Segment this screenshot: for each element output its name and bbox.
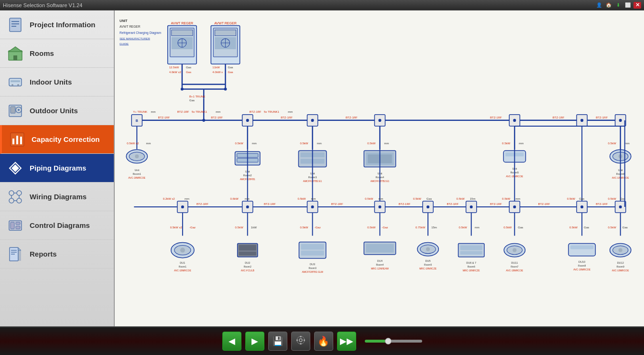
svg-text:Gas: Gas [579,197,584,200]
svg-rect-249 [239,245,256,251]
sidebar-item-capacity-correction[interactable]: Capacity Correction [0,125,114,154]
svg-rect-272 [460,246,482,250]
sidebar-item-piping-diagrams[interactable]: Piping Diagrams [0,154,114,183]
svg-text:11kW: 11kW [212,66,220,69]
svg-text:BTZ-1RF: BTZ-1RF [158,116,170,119]
sidebar-item-reports[interactable]: Reports [0,240,114,269]
svg-rect-0 [10,18,21,32]
svg-text:mm: mm [252,142,257,145]
sidebar-item-project-information[interactable]: Project Information [0,11,114,39]
svg-point-194 [513,205,516,208]
svg-text:DU11: DU11 [511,261,518,264]
control-diagrams-label: Control Diagrams [30,221,90,229]
refresh-button[interactable]: 🔥 [314,332,333,351]
svg-rect-255 [301,244,324,249]
svg-rect-38 [18,250,21,261]
svg-text:0.5kW: 0.5kW [235,226,243,229]
svg-point-22 [17,191,22,195]
svg-rect-313 [300,336,301,337]
svg-text:BTZ-1RF: BTZ-1RF [250,110,262,113]
svg-text:BTZ-1RF: BTZ-1RF [196,203,208,205]
svg-point-311 [299,339,302,342]
forward-small-arrow-icon: ▶ [251,336,258,346]
user-button[interactable]: 👤 [595,2,603,9]
sidebar-item-wiring-diagrams[interactable]: Wiring Diagrams [0,183,114,211]
svg-rect-35 [11,252,17,253]
sidebar-item-outdoor-units[interactable]: Outdoor Units [0,97,114,125]
titlebar: Hisense Selection Software V1.24 👤 🏠 ⬇ ⬜… [0,0,644,11]
svg-point-189 [246,205,249,208]
svg-point-192 [426,205,429,208]
svg-text:0.5kW: 0.5kW [300,142,308,145]
svg-rect-8 [11,80,20,82]
svg-text:BTZ-1RF: BTZ-1RF [211,116,223,119]
zoom-slider[interactable] [365,340,422,343]
svg-marker-37 [18,247,21,250]
svg-text:Gas: Gas [518,226,523,229]
svg-text:BTZ-1RF: BTZ-1RF [281,116,293,119]
diagram-canvas[interactable]: UNIT AVWT REGER Refrigerant Charging Dia… [115,11,644,326]
svg-text:BTZ-1RF: BTZ-1RF [177,110,189,113]
svg-text:DU10: DU10 [579,260,585,263]
svg-text:0.75kW: 0.75kW [415,226,426,229]
svg-text:Gas: Gas [584,226,589,229]
svg-rect-250 [239,252,256,256]
svg-text:0.5kW: 0.5kW [567,197,575,200]
svg-point-196 [619,205,622,208]
svg-text:MRC-18NRCZE: MRC-18NRCZE [419,267,437,270]
svg-text:GUIDE: GUIDE [120,43,129,45]
svg-text:4.0kW x2: 4.0kW x2 [169,71,182,74]
forward-small-button[interactable]: ▶ [245,332,264,351]
svg-point-190 [311,205,314,208]
svg-text:B: B [136,119,138,122]
svg-point-115 [135,154,139,158]
svg-text:Room1: Room1 [179,265,186,268]
svg-text:mm: mm [384,142,389,145]
svg-point-23 [9,198,14,203]
svg-text:UNIT: UNIT [120,19,128,22]
svg-text:BTZ-1RF: BTZ-1RF [346,116,358,119]
svg-text:BTZ-1RF: BTZ-1RF [264,203,276,205]
svg-text:0.5kW: 0.5kW [300,226,308,229]
svg-rect-17 [16,136,18,144]
svg-rect-1 [11,21,19,22]
svg-text:AVWT REGER: AVWT REGER [214,22,237,25]
svg-text:Room5: Room5 [424,263,432,266]
svg-text:0.5kW: 0.5kW [297,197,306,200]
svg-text:-Gaz: -Gaz [315,226,321,229]
sidebar-item-indoor-units[interactable]: Indoor Units [0,68,114,97]
home-button[interactable]: 🏠 [605,2,612,9]
svg-text:AVWT REGER: AVWT REGER [120,25,141,28]
svg-text:BTZ-1RF: BTZ-1RF [490,116,502,119]
svg-text:0.5kW: 0.5kW [608,197,616,200]
svg-point-193 [470,205,473,208]
svg-text:-Gaz: -Gaz [382,226,388,229]
svg-point-312 [297,336,305,344]
svg-text:0.5kW: 0.5kW [459,226,467,229]
outdoor-units-label: Outdoor Units [30,107,78,115]
maximize-button[interactable]: ⬜ [624,2,632,9]
svg-rect-16 [12,139,14,144]
svg-text:Unit: Unit [134,169,139,172]
download-button[interactable]: ⬇ [614,2,622,9]
svg-text:Gas: Gas [186,71,191,74]
settings-button[interactable] [291,332,310,351]
svg-text:0.5kW: 0.5kW [569,226,578,229]
project-information-icon [7,16,24,33]
next-button[interactable]: ▶▶ [337,332,356,351]
svg-text:0.2kW x2: 0.2kW x2 [163,197,175,200]
svg-text:mm: mm [515,197,520,200]
svg-text:BTZ-1RF: BTZ-1RF [331,203,343,205]
svg-text:DU6 & 7: DU6 & 7 [466,261,476,264]
sidebar-item-rooms[interactable]: Rooms [0,39,114,68]
close-button[interactable]: ✕ [633,2,641,9]
save-button[interactable]: 💾 [268,332,287,351]
svg-text:0.5kW: 0.5kW [413,197,421,200]
save-icon: 💾 [273,336,283,346]
svg-text:BTZ-1RF: BTZ-1RF [596,116,608,119]
back-button[interactable]: ◀ [222,332,241,351]
svg-text:5x TRUNK1: 5x TRUNK1 [264,110,280,113]
svg-text:BTZ-1RF: BTZ-1RF [490,203,502,205]
sidebar-item-control-diagrams[interactable]: Control Diagrams [0,211,114,240]
outdoor-units-icon [7,102,24,119]
